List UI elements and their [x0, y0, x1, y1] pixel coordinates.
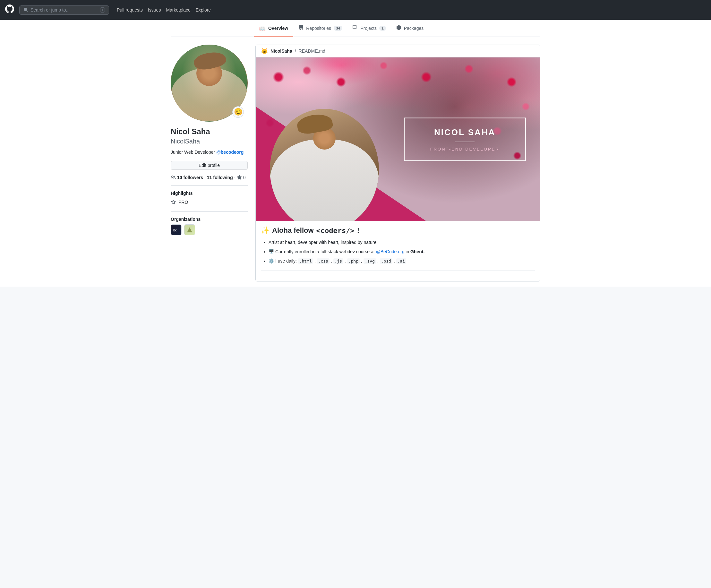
following-label: following [213, 175, 233, 180]
tab-repositories[interactable]: Repositories 34 [293, 20, 347, 37]
stars-count: 0 [243, 175, 246, 180]
packages-icon [396, 25, 402, 31]
following-link[interactable]: 11 following [207, 175, 233, 180]
organizations-section-title: Organizations [171, 211, 248, 222]
readme-header: 🐱 NicolSaha / README.md [256, 45, 540, 58]
star-outline-icon [171, 200, 176, 205]
profile-banner: NICOL SAHA FRONT-END DEVELOPER [256, 58, 540, 221]
greeting-emoji: ✨ [261, 226, 270, 235]
star-icon [237, 175, 242, 180]
edit-profile-button[interactable]: Edit profile [171, 161, 248, 170]
tab-repositories-label: Repositories [306, 26, 331, 31]
readme-owner[interactable]: NicolSaha [271, 48, 292, 54]
page-wrapper: 📖 Overview Repositories 34 Projects 1 [163, 20, 548, 287]
greeting-code: <coders/> [316, 227, 354, 235]
bio-org-link[interactable]: @becodeorg [216, 150, 243, 155]
main-content: 🐱 NicolSaha / README.md [255, 45, 540, 287]
nav-explore[interactable]: Explore [196, 7, 211, 13]
readme-body: ✨ Aloha fellow <coders/>! Artist at hear… [256, 221, 540, 281]
greeting-text: Aloha fellow [272, 226, 314, 235]
pro-label: PRO [178, 200, 188, 205]
readme-greeting: ✨ Aloha fellow <coders/>! [261, 226, 535, 235]
search-input[interactable] [30, 7, 98, 13]
banner-text-box: NICOL SAHA FRONT-END DEVELOPER [404, 118, 526, 161]
banner-title: FRONT-END DEVELOPER [416, 147, 514, 151]
organizations-list: bc [171, 224, 248, 235]
readme-card: 🐱 NicolSaha / README.md [255, 45, 540, 281]
profile-display-name: Nicol Saha [171, 127, 248, 136]
search-bar[interactable]: / [19, 5, 109, 15]
people-icon [171, 175, 176, 180]
org-second-avatar[interactable] [184, 224, 195, 235]
becode-link[interactable]: @BeCode.org [376, 249, 404, 254]
followers-count: 10 [177, 175, 182, 180]
tab-overview[interactable]: 📖 Overview [254, 20, 293, 37]
profile-emoji: 😊 [232, 106, 244, 118]
separator-dot: · [204, 175, 206, 180]
followers-link[interactable]: 10 followers [177, 175, 203, 180]
profile-tabs: 📖 Overview Repositories 34 Projects 1 [171, 20, 540, 37]
overview-icon: 📖 [259, 25, 266, 31]
repositories-icon [298, 25, 303, 31]
highlights-section-title: Highlights [171, 185, 248, 196]
tab-packages-label: Packages [404, 26, 424, 31]
tab-projects[interactable]: Projects 1 [347, 20, 391, 37]
readme-divider [261, 271, 535, 271]
followers-stats: 10 followers · 11 following · 0 [171, 175, 248, 180]
nav-issues[interactable]: Issues [148, 7, 161, 13]
projects-badge: 1 [379, 26, 386, 31]
nav-marketplace[interactable]: Marketplace [166, 7, 190, 13]
readme-list: Artist at heart, developer with heart, i… [261, 238, 535, 266]
projects-icon [352, 25, 358, 31]
tab-projects-label: Projects [360, 26, 377, 31]
nav-pull-requests[interactable]: Pull requests [117, 7, 143, 13]
svg-text:bc: bc [173, 229, 177, 232]
navbar: / Pull requests Issues Marketplace Explo… [0, 0, 711, 20]
following-count: 11 [207, 175, 212, 180]
readme-filename: README.md [299, 48, 325, 54]
separator-dot-2: · [234, 175, 236, 180]
banner-divider [455, 142, 475, 142]
repositories-badge: 34 [334, 26, 342, 31]
highlight-item-pro: PRO [171, 198, 248, 206]
profile-username: NicolSaha [171, 138, 248, 145]
avatar-container: 😊 [171, 45, 248, 122]
list-item-3: ⚙️ I use daily: .html , .css , .js , .ph… [268, 257, 535, 265]
search-shortcut: / [100, 7, 105, 13]
profile-sidebar: 😊 Nicol Saha NicolSaha Junior Web Develo… [171, 45, 248, 287]
profile-bio: Junior Web Developer @becodeorg [171, 149, 248, 156]
cat-icon: 🐱 [261, 47, 268, 55]
highlights-list: PRO [171, 198, 248, 206]
list-item-2: 🖥️ Currently enrolled in a full-stack we… [268, 248, 535, 256]
bio-text: Junior Web Developer [171, 150, 216, 155]
navbar-links: Pull requests Issues Marketplace Explore [117, 7, 211, 13]
content-area: 😊 Nicol Saha NicolSaha Junior Web Develo… [171, 37, 540, 287]
greeting-exclaim: ! [357, 226, 359, 235]
search-icon [23, 7, 28, 13]
github-logo-icon[interactable] [5, 4, 14, 15]
tab-packages[interactable]: Packages [391, 20, 429, 37]
org-becode-avatar[interactable]: bc [171, 224, 181, 235]
list-item-1: Artist at heart, developer with heart, i… [268, 238, 535, 247]
readme-slash: / [295, 48, 296, 54]
tab-overview-label: Overview [268, 26, 288, 31]
banner-name: NICOL SAHA [416, 127, 514, 138]
followers-label: followers [183, 175, 203, 180]
